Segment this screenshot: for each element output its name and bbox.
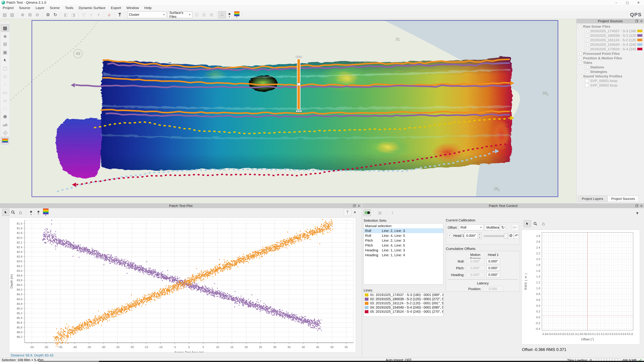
zoom-tool-button[interactable] [10,209,17,216]
surface-display-icon[interactable]: ◈ [1,32,9,40]
scene-view[interactable]: 314928036265 [0,19,576,203]
offset-slider-handle[interactable] [504,233,508,239]
tree-item[interactable]: ✓20191025_181124 - S-2 (120) - 0001.db [576,38,644,42]
float-panel-icon[interactable] [635,19,638,23]
point-display-button[interactable]: ●▾ [27,209,35,216]
checked-checkbox[interactable]: ✓ [578,24,582,28]
head1-offset-value[interactable]: 0.000° [486,272,500,277]
tab-project-layers[interactable]: Project Layers [578,196,607,202]
selection-set-row[interactable]: HeadingLine: 1, Line: 3 [364,248,443,253]
checked-checkbox[interactable]: ✓ [578,56,582,60]
menu-export[interactable]: Export [108,5,124,11]
motion-sensor-value[interactable]: 0.000° [466,265,484,271]
zoom-to-surface-icon[interactable]: ⊞ [1,40,9,48]
enable-selection-button[interactable] [364,209,371,216]
open-project-icon[interactable]: ▨ [8,11,16,18]
lasso-select-icon[interactable]: ◌ [1,80,9,88]
menu-window[interactable]: Window [124,5,142,11]
point-display-icon[interactable]: ●▾ [226,11,233,18]
edit-rect-icon[interactable]: ▭ [1,88,9,96]
edit-polygon-icon[interactable]: ▱ [1,96,9,104]
position-latency-value[interactable]: 0.000 [483,286,503,292]
geo-pick-icon[interactable]: ⊕ [1,113,9,120]
checked-checkbox[interactable]: ✓ [585,65,589,69]
spin-down-icon[interactable]: ▼ [478,236,482,239]
head1-offset-value[interactable]: 0.000° [486,265,500,271]
home-view-button[interactable]: ⌂ [17,209,24,216]
tree-item[interactable]: ✓Processed Point Files [576,51,644,56]
head1-checkbox[interactable]: ✓ [448,233,452,238]
filter-rect-icon[interactable]: ⊞ [200,11,208,18]
tree-item[interactable]: SVP_00002.bsvp [576,83,644,87]
selection-set-row[interactable]: PitchLine: 4, Line: 5 [364,243,443,248]
selection-set-row[interactable]: PitchLine: 2, Line: 3 [364,238,443,243]
sensor-combo[interactable]: Multibeam▼ [485,224,499,230]
filter-select-icon[interactable]: ⊡ [193,11,200,18]
spin-up-icon[interactable]: ▲ [478,233,482,236]
unchecked-checkbox[interactable] [585,83,589,87]
tree-item[interactable]: ✓Sound Velocity Profiles [576,74,644,78]
tab-project-sources[interactable]: Project Sources [608,196,639,202]
import-source-icon[interactable]: ⊘ [34,11,41,18]
surface-files-combo[interactable]: Surface's Files ▼ [168,11,192,18]
slice-bottom-handle[interactable] [296,110,302,112]
checked-checkbox[interactable]: ✓ [585,42,589,46]
processing-settings-icon[interactable]: ⚙ [44,11,52,18]
slice-editor-icon[interactable]: ▿ [88,11,95,18]
selection-info-button[interactable]: ℹ [389,209,396,216]
line-row[interactable]: 01: 20191025_174537 - S-3 (180) - 0001 (… [364,293,443,297]
scatter-select-icon[interactable]: ∷ [1,105,9,112]
head1-offset-value[interactable]: 0.000° [486,259,500,264]
line-row[interactable]: 03: 20191025_181124 - S-2 (120) - 0001 (… [364,301,443,305]
scene-3d-surface[interactable]: 314928036265 [0,19,576,203]
build-dynamic-surface-icon[interactable]: ◨ [70,11,77,18]
toolbar-grip[interactable]: ⋯⋯ [3,22,8,24]
unchecked-checkbox[interactable] [585,79,589,83]
show-points-icon[interactable]: ∴ [218,11,226,18]
colormap-icon[interactable]: ▾ [233,11,240,18]
refresh-button[interactable]: ↻ [500,224,506,230]
tree-item[interactable]: ✓Position & Motion Files [576,56,644,60]
rms-convergence-plot[interactable]: -5.0-4.5-4.0-3.5-3.0-2.5-2.0-1.5-1.0-0.5… [522,230,640,345]
checked-checkbox[interactable]: ✓ [585,38,589,42]
build-surface-icon[interactable]: ◧ [62,11,70,18]
zoom-tool-button[interactable] [532,220,539,227]
ruler-icon[interactable]: ▤ [1,129,9,136]
tree-item[interactable]: SVP_00001.bsvp [576,78,644,83]
tree-item[interactable]: ✓20191025_174537 - S-3 (180) - 0001.db [576,29,644,33]
select-tool-button[interactable] [524,220,531,227]
checked-checkbox[interactable]: ✓ [585,47,589,51]
layer-combo[interactable]: Cluster ▼ [127,11,166,18]
head1-offset-value[interactable]: 0.000° [464,232,478,239]
checked-checkbox[interactable]: ✓ [578,61,582,64]
float-panel-icon[interactable] [635,204,638,207]
offset-type-combo[interactable]: Roll▼ [459,224,484,230]
close-panel-icon[interactable]: ✕ [640,19,643,23]
tree-item[interactable]: ✓Raw Sonar Files [576,24,644,29]
polygon-select-icon[interactable]: ◇ [1,72,9,80]
patch-test-icon[interactable]: ◆ [106,11,113,18]
swath-editor-icon[interactable]: ▾ [95,11,102,18]
rect-select-icon[interactable]: ▢ [1,64,9,72]
menu-scene[interactable]: Scene [47,5,62,11]
checked-checkbox[interactable]: ✓ [578,52,582,55]
selection-set-row[interactable]: Manual selection [364,223,443,228]
close-panel-icon[interactable]: ✕ [358,204,360,208]
select-tool-icon[interactable] [1,56,9,64]
motion-sensor-value[interactable]: 0.000° [466,259,484,264]
maximize-button[interactable]: ▢ [622,0,633,5]
float-panel-icon[interactable] [353,204,356,207]
head1-offset-spinner[interactable]: 0.000° ▲▼ [464,232,482,239]
line-row[interactable]: 04: 20191025_154040 - S-4 (240) - 0001 (… [364,305,443,310]
menu-tools[interactable]: Tools [62,5,76,11]
slider-settings-button[interactable]: ⚙ [508,232,514,239]
menu-source[interactable]: Source [16,5,33,11]
selection-set-row[interactable]: HeadingLine: 1, Line: 4 [364,253,443,257]
point-color-button[interactable]: ■▾ [35,209,42,216]
create-project-icon[interactable]: ▧ [1,11,8,18]
checked-checkbox[interactable]: ✓ [585,33,589,37]
offset-slider-track[interactable] [484,235,507,237]
checked-checkbox[interactable]: ✓ [578,74,582,78]
filter-funnel-icon[interactable] [116,11,124,18]
close-panel-icon[interactable]: ✕ [640,204,643,208]
